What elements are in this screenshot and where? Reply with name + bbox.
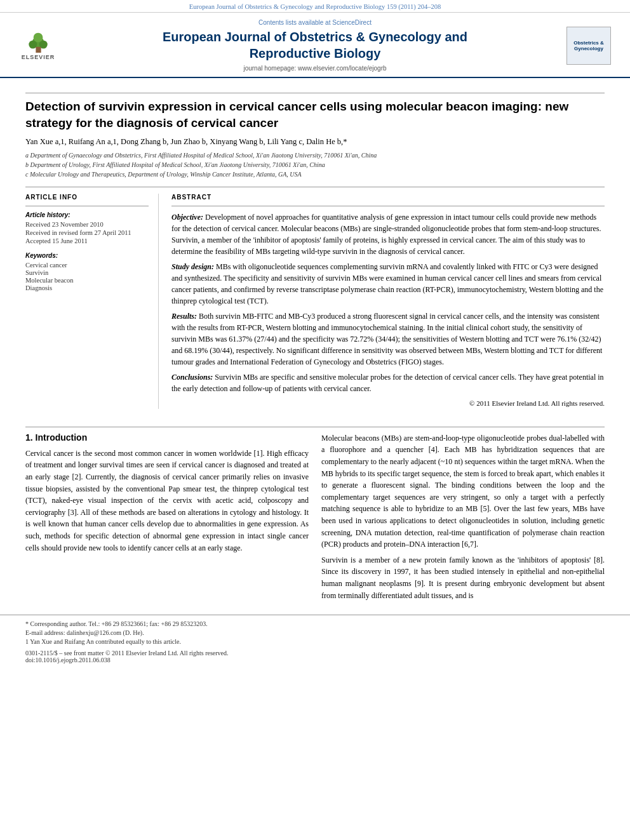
journal-title: European Journal of Obstetrics & Gynecol… [70, 29, 560, 62]
svg-point-2 [29, 41, 37, 49]
conclusions-label: Conclusions: [171, 373, 213, 382]
article-info-label: ARTICLE INFO [25, 194, 149, 201]
keyword-2: Survivin [25, 269, 149, 276]
keyword-4: Diagnosis [25, 284, 149, 291]
intro-para3: Survivin is a member of a new protein fa… [321, 554, 605, 601]
issn-text: 0301-2115/$ – see front matter © 2011 El… [25, 650, 229, 657]
journal-citation-bar: European Journal of Obstetrics & Gynecol… [0, 0, 630, 13]
keyword-3: Molecular beacon [25, 277, 149, 284]
revised-date: Received in revised form 27 April 2011 [25, 229, 149, 236]
received-date: Received 23 November 2010 [25, 221, 149, 228]
affiliation-c: c Molecular Urology and Therapeutics, De… [25, 170, 605, 179]
elsevier-tree-icon [24, 30, 53, 53]
accepted-date: Accepted 15 June 2011 [25, 237, 149, 244]
article-title: Detection of survivin expression in cerv… [25, 98, 605, 131]
doi-text: doi:10.1016/j.ejogrb.2011.06.038 [25, 657, 111, 663]
conclusions-para: Conclusions: Survivin MBs are specific a… [171, 371, 605, 394]
abstract-label: ABSTRACT [171, 194, 605, 201]
body-left-col: 1. Introduction Cervical cancer is the s… [25, 432, 309, 605]
body-columns: 1. Introduction Cervical cancer is the s… [25, 432, 605, 605]
abstract-col: ABSTRACT Objective: Development of novel… [171, 194, 605, 409]
conclusions-text: Survivin MBs are specific and sensitive … [171, 373, 604, 393]
info-divider [25, 187, 605, 187]
journal-logo-area: Obstetrics & Gynecology [560, 27, 617, 65]
body-divider [25, 427, 605, 427]
abstract-inner-divider [171, 206, 605, 206]
objective-label: Objective: [171, 213, 203, 222]
authors-line: Yan Xue a,1, Ruifang An a,1, Dong Zhang … [25, 137, 605, 147]
journal-logo-box: Obstetrics & Gynecology [566, 27, 611, 65]
body-section: 1. Introduction Cervical cancer is the s… [0, 415, 630, 611]
svg-rect-5 [36, 47, 41, 53]
article-info-abstract: ARTICLE INFO Article history: Received 2… [25, 194, 605, 409]
study-text: MBs with oligonucleotide sequences compl… [171, 262, 603, 305]
title-divider-top [25, 93, 605, 93]
results-text: Both survivin MB-FITC and MB-Cy3 produce… [171, 312, 602, 366]
abstract-text: Objective: Development of novel approach… [171, 211, 605, 409]
intro-heading: 1. Introduction [25, 432, 309, 443]
journal-title-area: Contents lists available at ScienceDirec… [70, 19, 560, 72]
elsevier-wordmark: ELSEVIER [22, 54, 55, 60]
affiliation-a: a Department of Gynaecology and Obstetri… [25, 150, 605, 160]
sciencedirect-text: Contents lists available at ScienceDirec… [70, 19, 560, 26]
footnote-corresponding: * Corresponding author. Tel.: +86 29 853… [25, 620, 605, 627]
objective-para: Objective: Development of novel approach… [171, 211, 605, 257]
svg-point-4 [33, 33, 43, 43]
results-para: Results: Both survivin MB-FITC and MB-Cy… [171, 310, 605, 368]
citation-text: European Journal of Obstetrics & Gynecol… [189, 3, 441, 10]
affiliation-b: b Department of Urology, First Affiliate… [25, 160, 605, 170]
footnotes: * Corresponding author. Tel.: +86 29 853… [0, 615, 630, 645]
article-info-col: ARTICLE INFO Article history: Received 2… [25, 194, 159, 409]
keywords-label: Keywords: [25, 252, 149, 259]
doi-issn-line: 0301-2115/$ – see front matter © 2011 El… [0, 647, 630, 663]
intro-number: 1. [25, 432, 33, 443]
study-para: Study design: MBs with oligonucleotide s… [171, 261, 605, 307]
copyright-line: © 2011 Elsevier Ireland Ltd. All rights … [171, 398, 605, 409]
footnote-equal: 1 Yan Xue and Ruifang An contributed equ… [25, 638, 605, 645]
main-content-area: Detection of survivin expression in cerv… [0, 78, 630, 415]
intro-para2: Molecular beacons (MBs) are stem-and-loo… [321, 432, 605, 550]
elsevier-logo-area: ELSEVIER [13, 28, 70, 63]
journal-logo-label: Obstetrics & Gynecology [567, 40, 610, 51]
elsevier-logo: ELSEVIER [13, 28, 64, 63]
body-right-col: Molecular beacons (MBs) are stem-and-loo… [321, 432, 605, 605]
keyword-1: Cervical cancer [25, 262, 149, 269]
objective-text: Development of novel approaches for quan… [171, 213, 601, 256]
footnote-email: E-mail address: dalinhexju@126.com (D. H… [25, 629, 605, 636]
study-label: Study design: [171, 262, 214, 271]
results-label: Results: [171, 312, 197, 321]
history-label: Article history: [25, 211, 149, 218]
intro-title: Introduction [36, 432, 88, 443]
journal-homepage: journal homepage: www.elsevier.com/locat… [70, 65, 560, 72]
intro-para1: Cervical cancer is the second most commo… [25, 448, 309, 554]
journal-header: ELSEVIER Contents lists available at Sci… [0, 13, 630, 78]
info-inner-divider [25, 206, 149, 206]
affiliations: a Department of Gynaecology and Obstetri… [25, 150, 605, 179]
